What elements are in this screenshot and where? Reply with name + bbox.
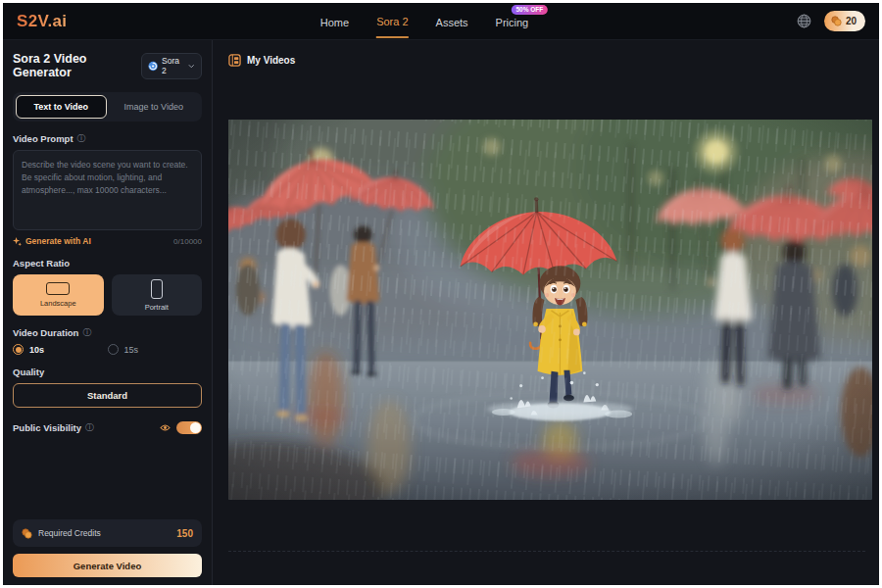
header-actions: 20: [796, 11, 865, 31]
info-icon: ⓘ: [77, 134, 86, 143]
visibility-label: Public Visibility: [13, 422, 81, 433]
nav-pricing[interactable]: Pricing 50% OFF: [496, 6, 529, 37]
coins-icon: [22, 528, 32, 539]
video-preview[interactable]: [228, 120, 872, 500]
duration-10s-radio[interactable]: 10s: [13, 344, 108, 355]
aspect-portrait-option[interactable]: Portrait: [112, 274, 203, 316]
top-navbar: S2V.ai Home Sora 2 Assets Pricing 50% OF…: [3, 3, 879, 40]
generator-sidebar: Sora 2 Video Generator Sora 2 Text to Vi…: [3, 40, 213, 585]
portrait-label: Portrait: [145, 303, 169, 312]
duration-10s-label: 10s: [29, 345, 44, 355]
landscape-label: Landscape: [40, 299, 76, 308]
credits-value: 20: [846, 16, 857, 26]
generate-video-button[interactable]: Generate Video: [13, 554, 202, 577]
app-logo[interactable]: S2V.ai: [17, 12, 67, 31]
tab-text-to-video[interactable]: Text to Video: [16, 95, 107, 119]
duration-15s-radio[interactable]: 15s: [108, 344, 203, 355]
model-select[interactable]: Sora 2: [141, 53, 202, 79]
empty-gallery-divider: [228, 551, 865, 552]
nav-pricing-label: Pricing: [496, 17, 529, 28]
coins-icon: [831, 16, 842, 26]
chevron-down-icon: [188, 64, 195, 69]
aspect-landscape-option[interactable]: Landscape: [13, 274, 104, 316]
duration-label: Video Duration: [13, 327, 78, 338]
aspect-ratio-label: Aspect Ratio: [13, 258, 70, 269]
sparkle-icon: [13, 237, 22, 246]
char-counter: 0/10000: [173, 237, 202, 246]
radio-selected-icon: [13, 344, 24, 355]
nav-sora2[interactable]: Sora 2: [376, 5, 408, 38]
visibility-toggle[interactable]: [176, 421, 202, 434]
tab-image-to-video[interactable]: Image to Video: [109, 95, 200, 119]
sora-logo-icon: [148, 61, 158, 72]
my-videos-panel: My Videos: [213, 40, 879, 585]
prompt-input[interactable]: [13, 150, 202, 230]
discount-badge: 50% OFF: [511, 5, 548, 15]
main-nav: Home Sora 2 Assets Pricing 50% OFF: [320, 5, 528, 38]
credits-balance[interactable]: 20: [824, 11, 865, 31]
toggle-knob: [190, 422, 201, 433]
model-select-value: Sora 2: [162, 56, 184, 75]
nav-home[interactable]: Home: [320, 6, 349, 37]
generate-with-ai-button[interactable]: Generate with AI: [13, 236, 91, 246]
nav-assets[interactable]: Assets: [436, 6, 468, 37]
required-credits-card: Required Credits 150: [13, 519, 202, 547]
sidebar-title: Sora 2 Video Generator: [13, 52, 141, 79]
info-icon: ⓘ: [85, 423, 94, 432]
quality-standard-button[interactable]: Standard: [13, 383, 202, 408]
app-window: S2V.ai Home Sora 2 Assets Pricing 50% OF…: [3, 3, 879, 585]
quality-label: Quality: [13, 367, 44, 377]
globe-icon[interactable]: [796, 13, 812, 29]
screenshot-frame: S2V.ai Home Sora 2 Assets Pricing 50% OF…: [0, 0, 882, 588]
rainy-scene-illustration: [228, 120, 872, 500]
required-credits-label: Required Credits: [38, 528, 101, 538]
required-credits-value: 150: [176, 528, 193, 539]
portrait-icon: [151, 279, 163, 299]
landscape-icon: [46, 282, 70, 295]
info-icon: ⓘ: [82, 328, 91, 337]
mode-tabs: Text to Video Image to Video: [13, 92, 202, 122]
eye-icon: [160, 423, 171, 432]
film-icon: [228, 54, 241, 67]
section-title: My Videos: [247, 55, 295, 66]
generate-with-ai-label: Generate with AI: [25, 236, 91, 246]
duration-15s-label: 15s: [124, 345, 139, 355]
radio-unselected-icon: [108, 344, 119, 355]
prompt-label: Video Prompt: [13, 133, 74, 144]
